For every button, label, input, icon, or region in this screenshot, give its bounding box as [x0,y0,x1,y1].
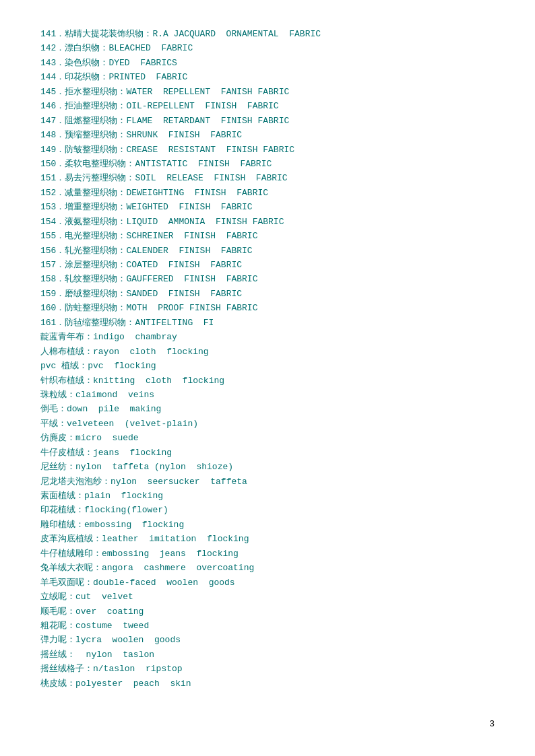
list-item: 158．轧纹整理织物：GAUFFERED FINISH FABRIC [40,272,495,286]
list-item: 兔羊绒大衣呢：angora cashmere overcoating [40,561,495,575]
list-item: 141．粘晴大提花装饰织物：R.A JACQUARD ORNAMENTAL FA… [40,27,495,41]
list-item: 153．增重整理织物：WEIGHTED FINISH FABRIC [40,200,495,214]
list-item: 148．预缩整理织物：SHRUNK FINISH FABRIC [40,128,495,142]
list-item: 摇丝绒格子：n/taslon ripstop [40,662,495,676]
list-item: 牛仔皮植绒：jeans flocking [40,446,495,460]
list-item: 立绒呢：cut velvet [40,590,495,604]
list-item: 羊毛双面呢：double-faced woolen goods [40,576,495,590]
list-item: 皮革沟底植绒：leather imitation flocking [40,532,495,546]
list-item: 平绒：velveteen (velvet-plain) [40,417,495,431]
list-item: 靛蓝青年布：indigo chambray [40,330,495,344]
list-item: 针织布植绒：knitting cloth flocking [40,374,495,388]
list-item: 人棉布植绒：rayon cloth flocking [40,345,495,359]
list-item: 143．染色织物：DYED FABRICS [40,56,495,70]
content-area: 141．粘晴大提花装饰织物：R.A JACQUARD ORNAMENTAL FA… [40,27,495,691]
list-item: 155．电光整理织物：SCHREINER FINISH FABRIC [40,229,495,243]
list-item: 粗花呢：costume tweed [40,619,495,633]
list-item: 154．液氨整理织物：LIQUID AMMONIA FINISH FABRIC [40,215,495,229]
list-item: 151．易去污整理织物：SOIL RELEASE FINISH FABRIC [40,171,495,185]
list-item: 仿麂皮：micro suede [40,431,495,445]
list-item: 牛仔植绒雕印：embossing jeans flocking [40,547,495,561]
list-item: 147．阻燃整理织物：FLAME RETARDANT FINISH FABRIC [40,114,495,128]
lines-container: 141．粘晴大提花装饰织物：R.A JACQUARD ORNAMENTAL FA… [40,27,495,691]
page-number: 3 [489,719,495,729]
list-item: 157．涂层整理织物：COATED FINISH FABRIC [40,258,495,272]
list-item: 弹力呢：lycra woolen goods [40,633,495,647]
list-item: 156．轧光整理织物：CALENDER FINISH FABRIC [40,244,495,258]
list-item: 145．拒水整理织物：WATER REPELLENT FANISH FABRIC [40,85,495,99]
list-item: 倒毛：down pile making [40,402,495,416]
list-item: 161．防毡缩整理织物：ANTIFELTING FI [40,316,495,330]
list-item: 159．磨绒整理织物：SANDED FINISH FABRIC [40,287,495,301]
list-item: 素面植绒：plain flocking [40,489,495,503]
list-item: 152．减量整理织物：DEWEIGHTING FINISH FABRIC [40,186,495,200]
list-item: 雕印植绒：embossing flocking [40,518,495,532]
list-item: 尼龙塔夫泡泡纱：nylon seersucker taffeta [40,475,495,489]
list-item: 149．防皱整理织物：CREASE RESISTANT FINISH FABRI… [40,143,495,157]
list-item: 尼丝纺：nylon taffeta (nylon shioze) [40,460,495,474]
list-item: 印花植绒：flocking(flower) [40,503,495,517]
list-item: 桃皮绒：polyester peach skin [40,677,495,691]
list-item: 顺毛呢：over coating [40,605,495,619]
list-item: 160．防蛀整理织物：MOTH PROOF FINISH FABRIC [40,301,495,315]
list-item: 142．漂白织物：BLEACHED FABRIC [40,41,495,55]
list-item: 珠粒绒：claimond veins [40,388,495,402]
list-item: 摇丝绒： nylon taslon [40,648,495,662]
list-item: 146．拒油整理织物：OIL-REPELLENT FINISH FABRIC [40,99,495,113]
list-item: 144．印花织物：PRINTED FABRIC [40,70,495,84]
list-item: pvc 植绒：pvc flocking [40,359,495,373]
list-item: 150．柔软电整理织物：ANTISTATIC FINISH FABRIC [40,157,495,171]
